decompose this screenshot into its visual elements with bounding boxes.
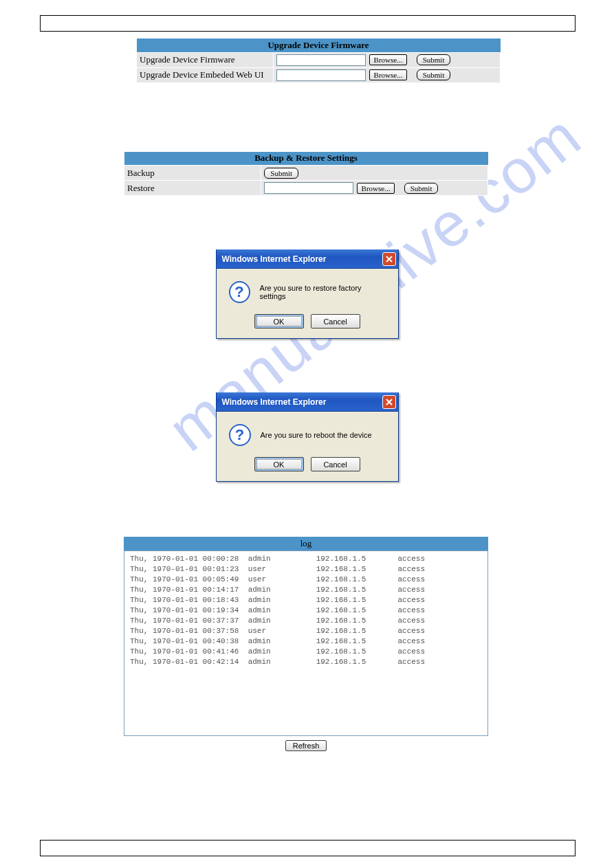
log-header: log — [124, 537, 488, 550]
backup-restore-header: Backup & Restore Settings — [124, 152, 488, 166]
dialog-title: Windows Internet Explorer — [222, 397, 382, 407]
upgrade-webui-submit-button[interactable]: Submit — [417, 69, 451, 80]
log-textarea[interactable]: Thu, 1970-01-01 00:00:28 admin 192.168.1… — [124, 550, 488, 736]
backup-submit-button[interactable]: Submit — [264, 168, 298, 179]
backup-label: Backup — [124, 166, 261, 181]
upgrade-webui-label: Upgrade Device Embeded Web UI — [137, 67, 274, 82]
restore-submit-button[interactable]: Submit — [404, 183, 439, 194]
dialog-titlebar[interactable]: Windows Internet Explorer — [217, 249, 398, 269]
question-icon: ? — [229, 424, 251, 446]
upgrade-header: Upgrade Device Firmware — [137, 38, 501, 52]
dialog-title: Windows Internet Explorer — [222, 254, 382, 264]
refresh-button[interactable]: Refresh — [285, 740, 327, 751]
cancel-button[interactable]: Cancel — [311, 314, 360, 329]
close-icon[interactable] — [382, 395, 396, 409]
page-border-bottom — [40, 840, 575, 856]
upgrade-webui-browse-button[interactable]: Browse... — [369, 69, 408, 80]
upgrade-firmware-submit-button[interactable]: Submit — [417, 54, 451, 65]
page-border-top — [40, 15, 575, 32]
reboot-dialog: Windows Internet Explorer ? Are you sure… — [216, 392, 399, 482]
upgrade-webui-path-input[interactable] — [276, 69, 366, 81]
backup-restore-table: Backup & Restore Settings Backup Submit … — [124, 152, 488, 197]
cancel-button[interactable]: Cancel — [311, 457, 360, 471]
dialog-message: Are you sure to reboot the device — [261, 431, 372, 439]
dialog-titlebar[interactable]: Windows Internet Explorer — [217, 392, 398, 412]
upgrade-firmware-label: Upgrade Device Firmware — [137, 52, 274, 67]
upgrade-table: Upgrade Device Firmware Upgrade Device F… — [136, 38, 501, 83]
restore-browse-button[interactable]: Browse... — [357, 183, 395, 194]
dialog-message: Are you sure to restore factory settings — [260, 284, 386, 300]
restore-factory-dialog: Windows Internet Explorer ? Are you sure… — [216, 249, 399, 339]
question-icon: ? — [229, 281, 250, 303]
ok-button[interactable]: OK — [254, 457, 304, 471]
upgrade-firmware-browse-button[interactable]: Browse... — [369, 54, 408, 65]
close-icon[interactable] — [382, 252, 396, 266]
restore-label: Restore — [124, 181, 261, 196]
ok-button[interactable]: OK — [254, 314, 304, 329]
restore-path-input[interactable] — [264, 182, 353, 194]
upgrade-firmware-path-input[interactable] — [276, 54, 366, 66]
